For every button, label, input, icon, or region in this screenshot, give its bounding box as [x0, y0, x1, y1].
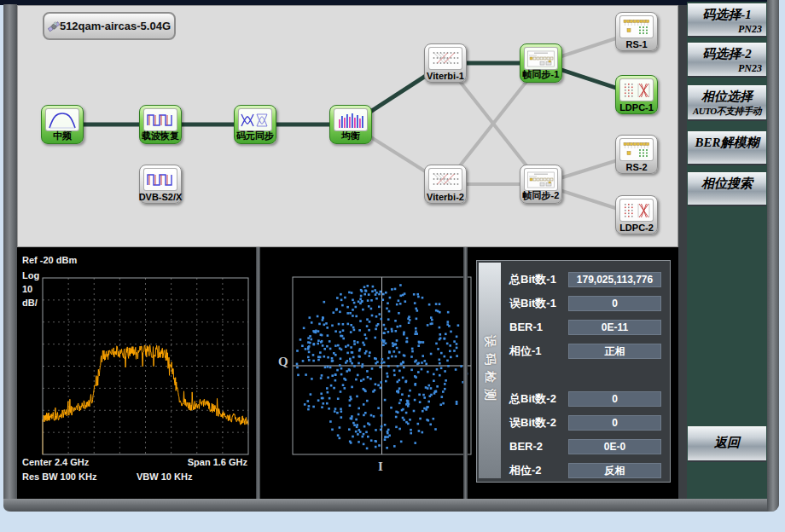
flow-node-eq[interactable]: 均衡	[329, 105, 372, 144]
stat-row: BER-1 0E-11	[508, 320, 662, 335]
trellis-icon	[428, 47, 462, 70]
flow-node-viterbi1[interactable]: Viterbi-1	[424, 43, 467, 83]
return-button[interactable]: 返回	[688, 426, 766, 462]
flow-node-ldpc2[interactable]: LDPC-2	[615, 195, 658, 234]
spectrum-plot	[42, 277, 249, 455]
flow-node-label: 中频	[35, 130, 90, 142]
frame-sync-icon	[524, 168, 558, 191]
stat-row: 误Bit数-1 0	[508, 296, 662, 311]
flow-node-symbol[interactable]: 码元同步	[234, 105, 276, 144]
flow-node-label: RS-2	[609, 162, 664, 172]
error-detection-panel: 误码检测 总Bit数-1 179,025,113,776误Bit数-1 0BER…	[476, 260, 671, 483]
stat-row: 相位-2 反相	[508, 463, 662, 478]
error-detection-title-strip: 误码检测	[479, 263, 501, 478]
error-detection-title: 误码检测	[482, 335, 497, 407]
code-select-1-button[interactable]: 码选择-1PN23	[688, 3, 766, 38]
window-frame-bottom	[3, 499, 779, 512]
stat-label: 相位-2	[509, 463, 542, 478]
q-axis-label: Q	[278, 355, 288, 369]
button-label: 相位选择	[688, 89, 766, 105]
stat-value: 0E-11	[568, 320, 661, 335]
trellis-icon	[428, 168, 462, 191]
flow-node-label: RS-1	[609, 39, 664, 49]
flow-node-label: 载波恢复	[133, 130, 188, 142]
ber-deblur-button[interactable]: BER解模糊	[688, 131, 766, 165]
stat-row: 相位-1 正相	[508, 344, 662, 359]
flow-node-viterbi2[interactable]: Viterbi-2	[424, 165, 467, 204]
phase-select-button[interactable]: 相位选择AUTO不支持手动	[688, 85, 766, 121]
stat-label: 总Bit数-1	[509, 272, 556, 287]
flow-node-frame1[interactable]: 帧同步-1	[520, 43, 562, 83]
scale-label-log: Log	[22, 270, 39, 280]
stat-label: BER-1	[509, 320, 543, 335]
flow-node-carrier[interactable]: 载波恢复	[139, 105, 182, 144]
flow-node-dvb[interactable]: DVB-S2/X	[139, 165, 182, 204]
button-sub-label: PN23	[688, 23, 766, 36]
button-label: 相位搜索	[688, 176, 766, 192]
flow-node-label: DVB-S2/X	[133, 192, 188, 202]
stat-row: 总Bit数-1 179,025,113,776	[508, 272, 662, 287]
profile-button[interactable]: 512qam-aircas-5.04G	[43, 12, 176, 40]
stat-row: BER-2 0E-0	[508, 439, 662, 454]
stat-value: 0	[568, 296, 661, 311]
stat-row: 误Bit数-2 0	[508, 415, 662, 431]
constellation-panel: Q I	[260, 247, 463, 499]
flow-node-rs1[interactable]: RS-1	[615, 12, 658, 51]
flow-node-if[interactable]: 中频	[41, 105, 84, 144]
frame-sync-icon	[524, 47, 558, 70]
flow-node-label: Viterbi-2	[418, 192, 473, 202]
profile-title: 512qam-aircas-5.04G	[60, 20, 171, 32]
stat-label: 误Bit数-1	[509, 296, 556, 311]
stat-value: 反相	[568, 463, 661, 478]
ref-level-label: Ref -20 dBm	[22, 255, 77, 265]
stat-label: 相位-1	[509, 344, 542, 359]
rs-matrix-icon	[619, 138, 654, 161]
flow-diagram-panel: 中频 载波恢复 码元同步 DVB-S2/X 均衡 Viterbi-1 Viter…	[17, 5, 678, 247]
button-label: 码选择-1	[688, 7, 766, 23]
center-freq-label: Center 2.4 GHz	[22, 457, 89, 467]
stat-value: 0	[568, 415, 661, 431]
window-frame-left	[3, 4, 17, 512]
ldpc-graph-icon	[619, 199, 654, 222]
squarewave-icon	[143, 168, 177, 191]
constellation-plot	[292, 276, 472, 455]
phase-search-button[interactable]: 相位搜索	[688, 172, 766, 206]
stat-value: 179,025,113,776	[568, 272, 661, 287]
sidebar-divider	[678, 5, 687, 499]
satellite-icon	[48, 15, 60, 38]
flow-node-label: 帧同步-2	[514, 189, 568, 202]
flow-node-label: LDPC-1	[609, 102, 664, 113]
button-sub-label: PN23	[688, 62, 766, 75]
rs-matrix-icon	[619, 15, 654, 38]
scale-label-10: 10	[22, 284, 32, 294]
flow-node-label: Viterbi-1	[418, 71, 473, 81]
ldpc-graph-icon	[619, 78, 654, 101]
stat-label: 总Bit数-2	[509, 391, 556, 407]
return-button-label: 返回	[688, 427, 766, 458]
stat-label: BER-2	[509, 439, 543, 454]
spectrum-panel: Ref -20 dBm Log 10 dB/ Center 2.4 GHz Sp…	[17, 247, 256, 499]
eye-diagram-icon	[238, 108, 272, 131]
button-label: BER解模糊	[688, 135, 766, 151]
window-frame-right	[767, 0, 779, 512]
flow-node-label: 均衡	[323, 130, 378, 142]
stat-value: 0E-0	[568, 439, 661, 454]
stat-row: 总Bit数-2 0	[508, 391, 662, 407]
squarewave-icon	[143, 108, 177, 131]
stat-value: 0	[568, 391, 661, 407]
flow-node-label: 帧同步-1	[514, 68, 568, 81]
flow-node-label: 码元同步	[228, 130, 282, 142]
panel-divider-2	[463, 247, 468, 499]
flow-node-frame2[interactable]: 帧同步-2	[520, 165, 562, 204]
vbw-label: VBW 10 KHz	[137, 471, 192, 482]
flow-node-label: LDPC-2	[609, 223, 664, 233]
flow-node-rs2[interactable]: RS-2	[615, 135, 658, 174]
rbw-label: Res BW 100 KHz	[22, 471, 96, 482]
scale-label-db: dB/	[22, 298, 38, 308]
i-axis-label: I	[378, 460, 383, 474]
stat-value: 正相	[568, 344, 661, 359]
flow-node-ldpc1[interactable]: LDPC-1	[615, 75, 658, 114]
stat-label: 误Bit数-2	[509, 415, 556, 431]
code-select-2-button[interactable]: 码选择-2PN23	[688, 43, 766, 78]
measurement-area: Ref -20 dBm Log 10 dB/ Center 2.4 GHz Sp…	[17, 247, 678, 499]
